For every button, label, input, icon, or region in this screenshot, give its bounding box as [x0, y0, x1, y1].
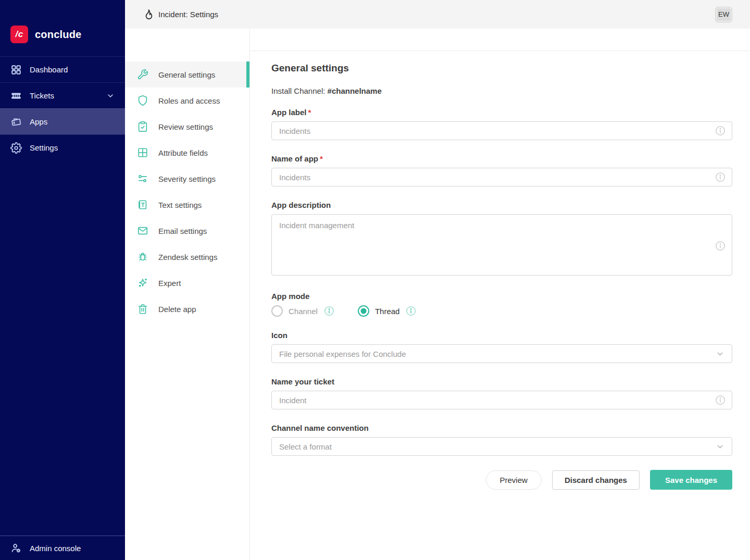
field-name-your-ticket: Name your ticket: [271, 377, 732, 409]
settings-nav-roles-and-access[interactable]: Roles and access: [125, 88, 249, 114]
field-label: App label*: [271, 108, 732, 117]
form-actions: Preview Discard changes Save changes: [271, 470, 732, 490]
info-icon[interactable]: [715, 171, 726, 183]
chevron-down-icon: [716, 350, 724, 358]
required-marker: *: [308, 108, 311, 117]
channel-name-convention-value: Select a format: [279, 442, 332, 451]
main-sidebar: /c conclude Dashboard: [0, 0, 125, 560]
icon-select-value: File personal expenses for Conclude: [279, 350, 406, 358]
sidebar-item-label: Apps: [30, 117, 47, 126]
brand-logo[interactable]: /c conclude: [0, 0, 125, 56]
install-channel-label: Install Channel:: [271, 86, 328, 95]
main-nav: Dashboard Tickets: [0, 56, 125, 160]
settings-nav-label: Review settings: [158, 122, 213, 131]
settings-nav-label: Roles and access: [158, 96, 220, 105]
channel-name-convention-select[interactable]: Select a format: [271, 437, 732, 456]
app-root: /c conclude Dashboard: [0, 0, 750, 560]
save-changes-button[interactable]: Save changes: [650, 470, 732, 490]
thread-radio-label: Thread: [375, 307, 400, 316]
settings-nav-expert[interactable]: Expert: [125, 270, 249, 296]
settings-nav-email-settings[interactable]: Email settings: [125, 218, 249, 244]
ticket-icon: [10, 90, 22, 102]
info-icon[interactable]: [405, 305, 417, 317]
settings-nav-review-settings[interactable]: Review settings: [125, 114, 249, 140]
settings-nav-general-settings[interactable]: General settings: [125, 61, 249, 88]
user-avatar[interactable]: EW: [715, 7, 732, 22]
clipboard-check-icon: [137, 121, 148, 132]
info-icon[interactable]: [323, 305, 335, 317]
settings-nav-label: Attribute fields: [158, 148, 208, 157]
flame-icon: [142, 8, 154, 20]
body-row: General settings Roles and access: [125, 29, 750, 560]
sliders-icon: [137, 173, 148, 184]
page-title: General settings: [271, 63, 732, 74]
brand-name: conclude: [35, 29, 81, 41]
field-label: App description: [271, 201, 732, 209]
settings-nav-label: Delete app: [158, 305, 196, 314]
preview-button[interactable]: Preview: [486, 470, 542, 490]
info-icon[interactable]: [715, 240, 726, 252]
app-label-input[interactable]: [271, 121, 732, 140]
channel-radio-label: Channel: [289, 307, 318, 316]
sparkle-icon: [137, 277, 148, 289]
gear-icon: [10, 142, 22, 154]
field-label: Name of app*: [271, 154, 732, 163]
app-description-textarea[interactable]: [271, 214, 732, 276]
settings-nav-text-settings[interactable]: Text settings: [125, 192, 249, 218]
info-icon[interactable]: [715, 394, 726, 406]
bug-icon: [137, 251, 148, 263]
sidebar-item-label: Tickets: [30, 91, 54, 100]
sidebar-item-label: Settings: [30, 143, 58, 152]
settings-nav-label: Email settings: [158, 227, 207, 235]
info-icon[interactable]: [715, 125, 726, 136]
sidebar-item-dashboard[interactable]: Dashboard: [0, 56, 125, 82]
field-label: Name your ticket: [271, 377, 732, 386]
chevron-down-icon: [716, 442, 724, 451]
general-settings-form: General settings Install Channel: #chann…: [250, 51, 750, 490]
settings-nav-label: General settings: [158, 70, 215, 79]
app-mode-radio-group: Channel Thread: [271, 305, 732, 317]
app-mode-option-channel: Channel: [271, 305, 335, 317]
field-label: App mode: [271, 292, 732, 301]
channel-radio[interactable]: [271, 305, 283, 317]
field-app-description: App description: [271, 201, 732, 278]
field-app-mode: App mode Channel: [271, 292, 732, 317]
icon-select[interactable]: File personal expenses for Conclude: [271, 344, 732, 363]
chevron-down-icon[interactable]: [106, 92, 115, 100]
settings-nav-attribute-fields[interactable]: Attribute fields: [125, 140, 249, 166]
sidebar-item-tickets[interactable]: Tickets: [0, 82, 125, 108]
dashboard-grid-icon: [10, 64, 22, 76]
sidebar-item-label: Dashboard: [30, 65, 68, 74]
settings-nav-severity-settings[interactable]: Severity settings: [125, 166, 249, 192]
settings-nav-zendesk-settings[interactable]: Zendesk settings: [125, 244, 249, 270]
field-app-label: App label*: [271, 108, 732, 140]
sidebar-spacer: [0, 160, 125, 536]
page-breadcrumb-title: Incident: Settings: [158, 10, 218, 19]
trash-icon: [137, 303, 148, 315]
sidebar-footer: Admin console: [0, 536, 125, 560]
app-mode-option-thread: Thread: [358, 305, 417, 317]
sidebar-item-apps[interactable]: Apps: [0, 108, 125, 134]
thread-radio[interactable]: [358, 305, 369, 317]
name-of-app-input[interactable]: [271, 168, 732, 186]
field-label: Channel name convention: [271, 424, 732, 432]
required-marker: *: [320, 154, 323, 163]
name-your-ticket-input[interactable]: [271, 391, 732, 409]
content-top-strip: [250, 29, 750, 51]
sidebar-item-settings[interactable]: Settings: [0, 134, 125, 160]
settings-nav-delete-app[interactable]: Delete app: [125, 296, 249, 322]
user-gear-icon: [10, 542, 22, 554]
field-icon: Icon File personal expenses for Conclude: [271, 331, 732, 363]
settings-nav-label: Zendesk settings: [158, 253, 217, 262]
right-column: Incident: Settings EW General settings: [125, 0, 750, 560]
field-name-of-app: Name of app*: [271, 154, 732, 186]
text-card-icon: [137, 199, 148, 210]
shield-icon: [137, 95, 148, 106]
field-label: Icon: [271, 331, 732, 340]
main-content: General settings Install Channel: #chann…: [250, 29, 750, 560]
sidebar-item-admin-console[interactable]: Admin console: [0, 536, 125, 560]
settings-nav-label: Text settings: [158, 201, 202, 209]
discard-changes-button[interactable]: Discard changes: [552, 470, 640, 490]
install-channel-value: #channelname: [328, 86, 382, 95]
settings-nav: General settings Roles and access: [125, 29, 250, 560]
